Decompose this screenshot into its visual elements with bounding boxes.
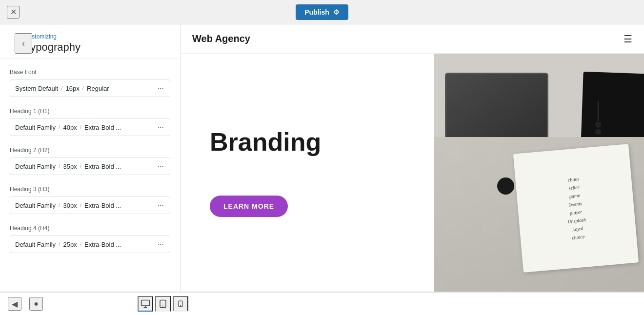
- redo-button[interactable]: ●: [29, 297, 43, 311]
- font-row-heading-4[interactable]: Default Family / 25px / Extra-Bold ... ·…: [10, 236, 170, 253]
- font-weight: Extra-Bold ...: [84, 241, 121, 248]
- separator: /: [80, 163, 81, 170]
- more-icon: ···: [158, 201, 164, 210]
- device-icons: [138, 296, 188, 312]
- font-more-button[interactable]: ···: [157, 123, 165, 132]
- font-section-label: Heading 3 (H3): [10, 186, 170, 193]
- font-size: 25px: [63, 241, 77, 248]
- notebook-word-2: seller: [568, 184, 580, 191]
- undo-icon: ◀: [12, 299, 18, 309]
- font-section-base-font: Base Font System Default / 16px / Regula…: [10, 69, 170, 97]
- notebook-word-7: Loyal: [572, 226, 584, 233]
- back-icon: ‹: [22, 39, 25, 49]
- font-more-button[interactable]: ···: [157, 240, 165, 249]
- font-size: 40px: [63, 124, 77, 131]
- customizing-label: Customizing: [24, 33, 80, 40]
- notebook: chaos seller game Twenty player Unsplash…: [513, 144, 639, 273]
- font-section-label: Heading 4 (H4): [10, 225, 170, 232]
- publish-button[interactable]: Publish ⚙: [296, 4, 348, 20]
- more-icon: ···: [158, 240, 164, 249]
- font-family: Default Family: [15, 124, 56, 131]
- back-button[interactable]: ‹: [15, 33, 32, 54]
- font-weight: Extra-Bold ...: [84, 124, 121, 131]
- close-button[interactable]: ✕: [7, 6, 20, 19]
- font-section-label: Heading 2 (H2): [10, 147, 170, 154]
- publish-label: Publish: [304, 8, 329, 16]
- separator: /: [82, 85, 84, 92]
- font-row-base-font[interactable]: System Default / 16px / Regular ···: [10, 79, 170, 97]
- more-icon: ···: [158, 84, 164, 93]
- mobile-view-button[interactable]: [173, 296, 188, 312]
- font-more-button[interactable]: ···: [157, 162, 165, 171]
- font-weight: Extra-Bold ...: [84, 202, 121, 209]
- preview-area: Web Agency ☰ Branding LEARN MORE: [181, 24, 644, 292]
- separator: /: [59, 241, 60, 248]
- font-size: 30px: [63, 202, 77, 209]
- font-size: 16px: [66, 85, 80, 92]
- font-section-label: Heading 1 (H1): [10, 108, 170, 115]
- separator: /: [61, 85, 62, 92]
- earphone-cord: [598, 101, 599, 121]
- close-icon: ✕: [10, 7, 17, 17]
- separator: /: [59, 202, 60, 209]
- font-family: Default Family: [15, 202, 56, 209]
- font-section-heading-2: Heading 2 (H2) Default Family / 35px / E…: [10, 147, 170, 175]
- tablet-icon: [159, 299, 167, 309]
- font-family: Default Family: [15, 163, 56, 170]
- hamburger-icon: ☰: [624, 33, 632, 45]
- font-family: System Default: [15, 85, 58, 92]
- preview-content: Branding LEARN MORE: [181, 54, 644, 292]
- more-icon: ···: [158, 162, 164, 171]
- page-title: Typography: [24, 41, 80, 54]
- more-icon: ···: [158, 123, 164, 132]
- font-section-label: Base Font: [10, 69, 170, 76]
- undo-button[interactable]: ◀: [8, 297, 21, 311]
- sidebar-content: Base Font System Default / 16px / Regula…: [0, 59, 180, 292]
- font-size: 35px: [63, 163, 77, 170]
- notebook-word-6: Unsplash: [567, 217, 586, 225]
- desk-scene: chaos seller game Twenty player Unsplash…: [434, 54, 644, 292]
- redo-icon: ●: [34, 299, 39, 308]
- font-row-heading-1[interactable]: Default Family / 40px / Extra-Bold ... ·…: [10, 118, 170, 136]
- font-row-heading-2[interactable]: Default Family / 35px / Extra-Bold ... ·…: [10, 158, 170, 175]
- separator: /: [80, 124, 81, 131]
- font-family: Default Family: [15, 241, 56, 248]
- preview-left: Branding LEARN MORE: [181, 54, 434, 292]
- site-title: Web Agency: [192, 33, 250, 44]
- font-section-heading-1: Heading 1 (H1) Default Family / 40px / E…: [10, 108, 170, 136]
- notebook-word-1: chaos: [567, 176, 580, 183]
- font-more-button[interactable]: ···: [157, 201, 165, 210]
- separator: /: [59, 163, 60, 170]
- bottom-bar-left: ◀ ●: [8, 296, 188, 312]
- earphone-bud-right: [595, 129, 601, 135]
- notebook-word-3: game: [569, 193, 581, 199]
- earphones: [584, 101, 613, 131]
- branding-heading: Branding: [210, 128, 405, 156]
- font-weight: Extra-Bold ...: [84, 163, 121, 170]
- font-more-button[interactable]: ···: [157, 84, 165, 93]
- font-section-heading-3: Heading 3 (H3) Default Family / 30px / E…: [10, 186, 170, 214]
- earphone-bud-left: [595, 122, 601, 128]
- notebook-word-4: Twenty: [568, 201, 583, 208]
- top-bar: ✕ Publish ⚙: [0, 0, 644, 24]
- desktop-view-button[interactable]: [138, 296, 153, 312]
- black-round-object: [497, 177, 514, 195]
- sidebar: ‹ Customizing Typography Base Font Syste…: [0, 24, 181, 292]
- gear-icon: ⚙: [333, 8, 340, 16]
- separator: /: [80, 241, 81, 248]
- bottom-bar: ◀ ●: [0, 292, 644, 315]
- font-weight: Regular: [87, 85, 109, 92]
- preview-topbar: Web Agency ☰: [181, 24, 644, 54]
- preview-image-area: chaos seller game Twenty player Unsplash…: [434, 54, 644, 292]
- learn-more-button[interactable]: LEARN MORE: [210, 196, 288, 217]
- main-layout: ‹ Customizing Typography Base Font Syste…: [0, 24, 644, 292]
- desktop-icon: [141, 299, 150, 309]
- learn-more-label: LEARN MORE: [223, 202, 274, 210]
- sidebar-header: ‹ Customizing Typography: [0, 24, 180, 59]
- svg-rect-0: [141, 300, 150, 306]
- mobile-icon: [177, 299, 184, 309]
- separator: /: [80, 202, 81, 209]
- font-row-heading-3[interactable]: Default Family / 30px / Extra-Bold ... ·…: [10, 197, 170, 214]
- notebook-word-8: choice: [572, 234, 585, 240]
- tablet-view-button[interactable]: [155, 296, 171, 312]
